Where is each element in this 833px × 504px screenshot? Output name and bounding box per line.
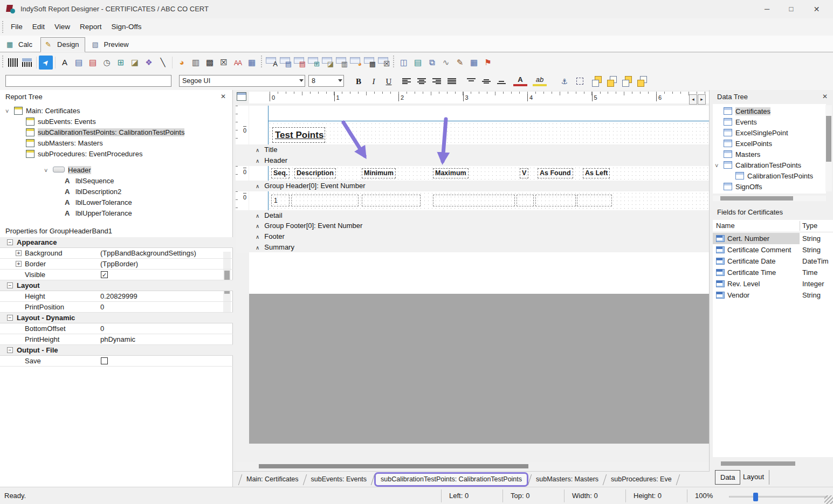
close-icon[interactable]: ✕ [221, 93, 226, 100]
dbtext-component[interactable] [535, 195, 576, 206]
page-break-button[interactable]: ⧉ [425, 56, 439, 70]
data-tree-item-signoffs[interactable]: SignOffs [715, 182, 762, 192]
band-bar-summary[interactable]: ∧Summary [236, 242, 709, 253]
send-backward-button[interactable] [636, 75, 648, 87]
collapse-icon[interactable]: − [7, 315, 13, 321]
zoom-slider-thumb[interactable] [753, 493, 758, 501]
property-row-printheight[interactable]: PrintHeightphDynamic [0, 334, 233, 345]
tab-layout[interactable]: Layout [738, 470, 769, 485]
line-button[interactable]: ╲ [156, 56, 170, 70]
column-header-label-seq[interactable]: Seq. [271, 168, 290, 178]
checkbox-button[interactable]: ☒ [217, 56, 231, 70]
valign-middle-button[interactable] [482, 78, 491, 85]
tab-data[interactable]: Data [715, 470, 740, 485]
font-name-select[interactable]: Segoe UI [179, 75, 305, 87]
barcode-button[interactable] [6, 56, 20, 70]
column-header-label-v[interactable]: V [520, 168, 528, 178]
tree-item-lblsequence[interactable]: AlblSequence [56, 176, 114, 187]
expand-icon[interactable]: + [16, 250, 22, 256]
db-richtext-button[interactable]: ▤ [293, 56, 307, 70]
menu-view[interactable]: View [50, 18, 75, 36]
property-value[interactable]: (TppBorder) [100, 259, 138, 269]
db-chart-button[interactable]: ◕ [349, 56, 363, 70]
align-justify-button[interactable] [448, 78, 456, 85]
property-row-height[interactable]: Height0.20829999 [0, 291, 233, 302]
canvas-horizontal-scrollbar[interactable] [236, 462, 709, 470]
data-tree-item-calibrationtestpoints[interactable]: ˅CalibrationTestPoints [715, 160, 801, 171]
doc-tab-subevents[interactable]: subEvents: Events [306, 473, 372, 486]
signature-button[interactable]: ∿ [439, 56, 453, 70]
underline-button[interactable]: U [382, 74, 396, 88]
highlight-color-button[interactable]: ab [533, 74, 547, 86]
valign-top-button[interactable] [467, 78, 476, 85]
column-header-label-as-found[interactable]: As Found [538, 168, 573, 178]
barcode-grid-button[interactable] [20, 56, 34, 70]
fields-column-type[interactable]: Type [802, 220, 817, 232]
field-row-cert-number[interactable]: Cert. NumberString [713, 233, 833, 244]
collapse-band-icon[interactable]: ∧ [256, 147, 259, 153]
header-band[interactable]: Seq.DescriptionMinimumMaximumVAs FoundAs… [249, 166, 709, 181]
tab-design[interactable]: ✎Design [40, 37, 85, 52]
subreport-button[interactable]: ▤ [411, 56, 425, 70]
align-left-button[interactable] [402, 78, 411, 85]
property-group-appearance[interactable]: −Appearance [0, 237, 233, 248]
doc-tab-subprocedures[interactable]: subProcedures: Eve [606, 473, 677, 486]
anchor-button[interactable]: ⚓ [557, 74, 572, 88]
data-tree-horizontal-scrollbar[interactable] [713, 196, 826, 201]
tab-calc[interactable]: ▦Calc [2, 38, 38, 52]
chart-button[interactable]: ◕ [175, 56, 189, 70]
db-memo-button[interactable]: ▤ [279, 56, 293, 70]
dbtext-component[interactable] [433, 195, 515, 206]
data-tree-vertical-scrollbar[interactable] [825, 105, 832, 191]
collapse-band-icon[interactable]: ∧ [256, 213, 259, 219]
dbtext-component[interactable] [517, 195, 534, 206]
menu-report[interactable]: Report [75, 18, 107, 36]
map-button[interactable]: ⚑ [481, 56, 495, 70]
property-value[interactable]: 0.20829999 [100, 291, 137, 301]
barcode-component-button[interactable]: ▥ [189, 56, 203, 70]
tab-preview[interactable]: ▧Preview [87, 38, 134, 52]
variable-button[interactable]: ⊞ [114, 56, 128, 70]
data-tree-item-masters[interactable]: Masters [715, 149, 760, 160]
db-checkbox-button[interactable]: ☒ [377, 56, 391, 70]
grid-button[interactable]: ▦ [467, 56, 481, 70]
property-group-output-file[interactable]: −Output - File [0, 345, 233, 356]
italic-button[interactable]: I [367, 74, 381, 88]
barcode-2d-button[interactable]: ▩ [203, 56, 217, 70]
collapse-band-icon[interactable]: ∧ [256, 245, 259, 251]
align-right-button[interactable] [432, 78, 441, 85]
paintbrush-button[interactable]: ✎ [453, 56, 467, 70]
dbtext-component[interactable] [577, 195, 612, 206]
tree-item-lbldescription2[interactable]: AlblDescription2 [56, 187, 121, 197]
shape-button[interactable]: ❖ [142, 56, 156, 70]
field-row-certificate-time[interactable]: Certificate TimeTime [713, 267, 833, 278]
resize-grip[interactable] [824, 495, 833, 504]
component-name-input[interactable] [5, 75, 171, 87]
dbtext-component[interactable] [362, 195, 421, 206]
data-tree-item-calibrationtestpoints-child[interactable]: CalibrationTestPoints [727, 171, 813, 182]
align-center-button[interactable] [417, 78, 426, 85]
checkbox-unchecked-icon[interactable] [101, 357, 108, 364]
memo-button[interactable]: ▤ [72, 56, 86, 70]
column-header-label-description[interactable]: Description [294, 168, 336, 178]
zoom-slider[interactable] [729, 496, 828, 498]
data-tree-item-excelsinglepoint[interactable]: ExcelSinglePoint [715, 128, 788, 139]
close-button[interactable]: ✕ [804, 0, 829, 18]
checkbox-checked-icon[interactable]: ✓ [101, 271, 108, 278]
field-row-certificate-comment[interactable]: Certificate CommentString [713, 244, 833, 256]
property-row-printposition[interactable]: PrintPosition0 [0, 302, 233, 313]
property-row-visible[interactable]: Visible✓ [0, 270, 233, 280]
collapse-icon[interactable]: − [7, 282, 13, 288]
tree-item-main[interactable]: ˅Main: Certificates [5, 106, 80, 116]
minimize-button[interactable]: ─ [755, 0, 779, 18]
tab-scroll-left-button[interactable]: ◂ [689, 94, 697, 105]
band-bar-group-header-0-event-number[interactable]: ∧Group Header[0]: Event Number [236, 181, 709, 191]
valign-bottom-button[interactable] [497, 78, 506, 85]
band-bar-footer[interactable]: ∧Footer [236, 231, 709, 242]
property-row-border[interactable]: +Border(TppBorder) [0, 259, 233, 270]
tab-scroll-right-button[interactable]: ▸ [698, 94, 706, 105]
collapse-band-icon[interactable]: ∧ [256, 234, 259, 240]
doc-tab-main[interactable]: Main: Certificates [242, 473, 304, 486]
expand-icon[interactable]: + [16, 261, 22, 267]
collapse-band-icon[interactable]: ∧ [256, 183, 259, 189]
